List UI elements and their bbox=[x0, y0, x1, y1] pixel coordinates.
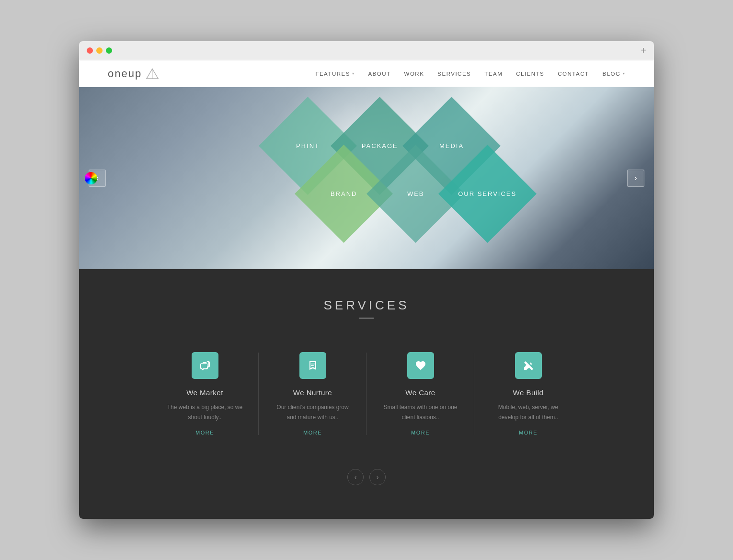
browser-chrome: + bbox=[79, 41, 654, 60]
logo[interactable]: oneup bbox=[108, 67, 159, 80]
diamond-grid: PRINT PACKAGE MEDIA BRAND WEB OUR SERVIC… bbox=[235, 97, 498, 260]
nav-item-blog[interactable]: BLOG ▾ bbox=[603, 71, 625, 77]
diamond-package-label: PACKAGE bbox=[362, 142, 398, 149]
diamond-web-label: WEB bbox=[407, 190, 424, 197]
nav-item-features[interactable]: FEATURES ▾ bbox=[315, 71, 355, 77]
service-build-more[interactable]: MORE bbox=[489, 430, 568, 435]
service-market-desc: The web is a big place, so we shout loud… bbox=[165, 402, 244, 422]
dot-yellow[interactable] bbox=[96, 47, 103, 54]
services-nav: ‹ › bbox=[98, 469, 635, 485]
diamond-brand-label: BRAND bbox=[331, 190, 357, 197]
svg-rect-2 bbox=[311, 364, 315, 365]
services-section: SERVICES We Market The web is a big plac… bbox=[79, 269, 654, 519]
diamond-print-label: PRINT bbox=[296, 142, 320, 149]
dot-green[interactable] bbox=[106, 47, 112, 54]
service-nurture: We Nurture Our client's companies grow a… bbox=[259, 343, 366, 445]
nav-item-contact[interactable]: CONTACT bbox=[558, 71, 589, 77]
market-icon bbox=[192, 352, 218, 379]
service-care: We Care Small teams with one on one clie… bbox=[366, 343, 474, 445]
nav-item-team[interactable]: TEAM bbox=[484, 71, 503, 77]
nav-label-features: FEATURES bbox=[315, 71, 350, 77]
service-care-desc: Small teams with one on one client liasi… bbox=[381, 402, 460, 422]
slider-next-button[interactable]: › bbox=[627, 170, 644, 187]
dot-red[interactable] bbox=[87, 47, 93, 54]
service-nurture-more[interactable]: MORE bbox=[273, 430, 352, 435]
chevron-right-icon: › bbox=[634, 174, 637, 183]
services-nav-next[interactable]: › bbox=[369, 469, 386, 485]
logo-text: oneup bbox=[108, 68, 142, 80]
nav-label-blog: BLOG bbox=[603, 71, 621, 77]
svg-rect-3 bbox=[311, 365, 314, 366]
nav-item-services[interactable]: SERVICES bbox=[437, 71, 471, 77]
service-nurture-name: We Nurture bbox=[273, 389, 352, 397]
diamond-media-label: MEDIA bbox=[439, 142, 464, 149]
nav-item-clients[interactable]: CLIENTS bbox=[516, 71, 544, 77]
new-tab-button[interactable]: + bbox=[641, 45, 646, 56]
services-title: SERVICES bbox=[98, 298, 635, 313]
diamond-ourservices-label: OUR SERVICES bbox=[458, 190, 516, 197]
services-nav-prev[interactable]: ‹ bbox=[347, 469, 364, 485]
logo-icon bbox=[146, 67, 159, 80]
services-divider bbox=[359, 318, 374, 319]
browser-window: + oneup FEATURES ▾ ABOUT WORK bbox=[79, 41, 654, 519]
service-market: We Market The web is a big place, so we … bbox=[151, 343, 259, 445]
main-nav: oneup FEATURES ▾ ABOUT WORK SERVICES TEA… bbox=[79, 60, 654, 87]
page-content: oneup FEATURES ▾ ABOUT WORK SERVICES TEA… bbox=[79, 60, 654, 519]
chevron-left-services-icon: ‹ bbox=[355, 473, 357, 481]
colorpicker-icon[interactable] bbox=[85, 172, 97, 184]
service-build-name: We Build bbox=[489, 389, 568, 397]
service-market-more[interactable]: MORE bbox=[165, 430, 244, 435]
nav-item-work[interactable]: WORK bbox=[404, 71, 424, 77]
nav-links: FEATURES ▾ ABOUT WORK SERVICES TEAM CLIE… bbox=[315, 71, 625, 77]
chevron-down-icon: ▾ bbox=[352, 71, 355, 76]
nav-item-about[interactable]: ABOUT bbox=[368, 71, 390, 77]
service-build: We Build Mobile, web, server, we develop… bbox=[474, 343, 582, 445]
service-nurture-desc: Our client's companies grow and mature w… bbox=[273, 402, 352, 422]
service-care-more[interactable]: MORE bbox=[381, 430, 460, 435]
hero-slider: ‹ PRINT PACKAGE MEDIA BRAND WEB bbox=[79, 87, 654, 269]
service-market-name: We Market bbox=[165, 389, 244, 397]
services-grid: We Market The web is a big place, so we … bbox=[151, 343, 582, 445]
browser-dots bbox=[87, 47, 112, 54]
service-care-name: We Care bbox=[381, 389, 460, 397]
chevron-down-icon-blog: ▾ bbox=[623, 71, 626, 76]
build-icon bbox=[515, 352, 542, 379]
nurture-icon bbox=[299, 352, 326, 379]
chevron-right-services-icon: › bbox=[377, 473, 379, 481]
care-icon bbox=[407, 352, 434, 379]
service-build-desc: Mobile, web, server, we develop for all … bbox=[489, 402, 568, 422]
